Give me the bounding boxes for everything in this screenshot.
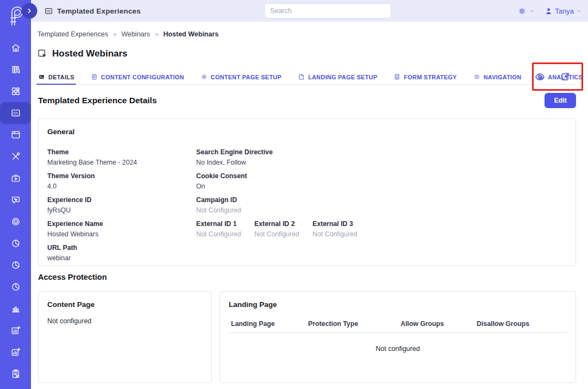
field-theme: ThemeMarketing Base Theme - 2024 xyxy=(47,148,196,166)
breadcrumb: Templated Experiences>Webinars>Hosted We… xyxy=(37,30,218,38)
open-external-button[interactable] xyxy=(559,71,571,83)
field-label: URL Path xyxy=(47,244,196,252)
landing-page-table-header: Landing PageProtection TypeAllow GroupsD… xyxy=(229,320,567,333)
field-theme-version: Theme Version4.0 xyxy=(47,172,196,190)
sidebar-item-targeting[interactable] xyxy=(0,211,31,233)
field-value: No Index, Follow xyxy=(196,159,254,166)
field-external-id-3: External ID 3Not Configured xyxy=(312,220,371,238)
chevron-right-icon xyxy=(26,7,34,15)
field-external-id-1: External ID 1Not Configured xyxy=(196,220,254,238)
tab-content-configuration[interactable]: CONTENT CONFIGURATION xyxy=(91,70,184,84)
field-label: Experience ID xyxy=(47,196,196,204)
field-url-path: URL Pathwebinar xyxy=(47,244,196,262)
field-row: Theme Version4.0Cookie ConsentOn xyxy=(47,172,567,190)
app-window: Templated Experiences Tanya Templated Ex… xyxy=(0,0,588,389)
field-campaign-id: Campaign IDNot Configured xyxy=(196,196,254,214)
field-value: Not Configured xyxy=(196,230,254,238)
tab-label: FORM STRATEGY xyxy=(404,74,456,80)
sidebar-item-analytics[interactable] xyxy=(0,298,31,319)
edit-button[interactable]: Edit xyxy=(545,93,576,108)
tab-details[interactable]: DETAILS xyxy=(38,70,74,84)
pie-icon xyxy=(10,238,21,249)
landing-page-card: Landing Page Landing PageProtection Type… xyxy=(220,291,576,383)
field-row: ThemeMarketing Base Theme - 2024Search E… xyxy=(47,148,567,166)
sidebar-item-home[interactable] xyxy=(0,37,31,59)
access-protection-heading: Access Protection xyxy=(38,273,107,281)
sidebar-item-templated-experiences[interactable] xyxy=(0,102,31,124)
tab-content-page-setup[interactable]: CONTENT PAGE SETUP xyxy=(201,70,282,84)
field-label: External ID 2 xyxy=(254,220,312,228)
app-header: Templated Experiences xyxy=(44,0,141,22)
field-value: Hosted Webinars xyxy=(47,230,196,238)
sidebar-item-tools[interactable] xyxy=(0,146,31,167)
gear-icon xyxy=(517,7,527,16)
app-title: Templated Experiences xyxy=(57,7,141,15)
landing-page-empty-text: Not configured xyxy=(229,345,567,353)
sidebar-item-tasks[interactable] xyxy=(0,363,31,385)
templated-icon xyxy=(10,108,21,118)
tab-bar: DETAILSCONTENT CONFIGURATIONCONTENT PAGE… xyxy=(38,70,576,85)
tab-form-strategy[interactable]: FORM STRATEGY xyxy=(393,70,456,84)
sidebar-item-library[interactable] xyxy=(0,59,31,80)
sidebar-item-pages[interactable] xyxy=(0,124,31,146)
content-page-card: Content Page Not configured xyxy=(38,291,212,383)
sidebar-item-chart-add-1[interactable] xyxy=(0,319,31,341)
field-value: Marketing Base Theme - 2024 xyxy=(47,159,196,166)
breadcrumb-item: Hosted Webinars xyxy=(163,30,218,38)
field-value: Not Configured xyxy=(196,206,254,214)
field-label: Theme Version xyxy=(47,172,196,180)
sidebar-item-chart-add-2[interactable] xyxy=(0,341,31,363)
table-column-disallow-groups: Disallow Groups xyxy=(477,320,567,328)
search-input[interactable] xyxy=(264,3,391,18)
field-experience-id: Experience IDfyRsQU xyxy=(47,196,196,214)
content-page-card-title: Content Page xyxy=(47,300,203,309)
field-row: Experience IDfyRsQUCampaign IDNot Config… xyxy=(47,196,567,214)
sidebar-item-media[interactable] xyxy=(0,167,31,189)
person-icon xyxy=(544,7,553,16)
breadcrumb-item[interactable]: Webinars xyxy=(121,30,150,38)
tab-label: LANDING PAGE SETUP xyxy=(308,74,377,80)
top-right-controls: Tanya xyxy=(517,0,583,22)
chevron-down-icon xyxy=(576,8,583,15)
library-icon xyxy=(10,64,21,75)
doc-icon xyxy=(91,73,98,80)
general-card-title: General xyxy=(47,128,567,136)
sidebar-item-dashboard[interactable] xyxy=(0,80,31,102)
field-row: URL Pathwebinar xyxy=(47,244,567,262)
field-value: On xyxy=(196,183,254,190)
home-icon xyxy=(10,42,21,53)
field-label: Cookie Consent xyxy=(196,172,254,180)
templated-cursor-icon xyxy=(37,48,48,59)
chevron-down-icon xyxy=(528,8,535,15)
field-label: Experience Name xyxy=(47,220,196,228)
field-value: 4.0 xyxy=(47,183,196,190)
tab-navigation[interactable]: NAVIGATION xyxy=(473,70,522,84)
user-name: Tanya xyxy=(555,7,574,15)
preview-button[interactable] xyxy=(534,71,546,83)
dashboard-icon xyxy=(10,86,21,97)
settings-menu[interactable] xyxy=(517,7,535,16)
breadcrumb-item[interactable]: Templated Experiences xyxy=(37,30,108,38)
user-menu[interactable]: Tanya xyxy=(544,7,583,16)
field-row: Experience NameHosted WebinarsExternal I… xyxy=(47,220,567,238)
breadcrumb-separator: > xyxy=(113,31,116,37)
tab-landing-page-setup[interactable]: LANDING PAGE SETUP xyxy=(298,70,377,84)
landing-page-card-title: Landing Page xyxy=(229,300,567,309)
sidebar-toggle-button[interactable] xyxy=(22,3,37,19)
quick-actions xyxy=(534,71,571,83)
top-bar: Templated Experiences Tanya xyxy=(31,0,588,22)
field-external-id-2: External ID 2Not Configured xyxy=(254,220,312,238)
sidebar-item-reports-1[interactable] xyxy=(0,233,31,254)
tab-label: CONTENT CONFIGURATION xyxy=(101,74,184,80)
tools-icon xyxy=(10,151,21,162)
sidebar-item-reports-3[interactable] xyxy=(0,276,31,298)
table-column-landing-page: Landing Page xyxy=(229,320,308,328)
tab-label: NAVIGATION xyxy=(484,74,522,80)
chat-icon xyxy=(10,195,21,205)
window-icon xyxy=(10,129,21,140)
sidebar-item-reports-2[interactable] xyxy=(0,254,31,276)
field-value: webinar xyxy=(47,254,196,262)
target-icon xyxy=(10,216,21,227)
page-icon xyxy=(298,73,305,80)
sidebar-item-messages[interactable] xyxy=(0,189,31,211)
